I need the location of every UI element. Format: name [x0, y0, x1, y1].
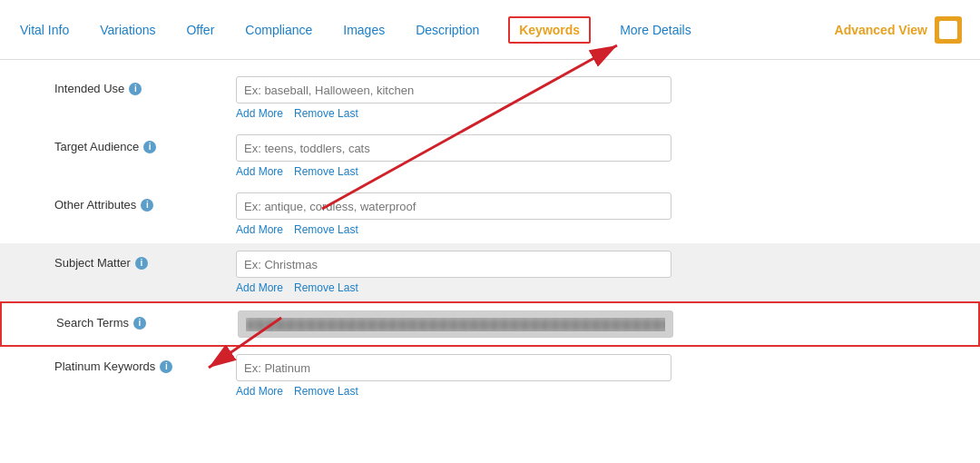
other-attributes-add-more[interactable]: Add More	[236, 223, 283, 236]
subject-matter-input[interactable]	[236, 251, 671, 278]
platinum-keywords-links: Add More Remove Last	[236, 385, 926, 398]
nav-offer[interactable]: Offer	[184, 18, 216, 42]
other-attributes-input[interactable]	[236, 192, 671, 220]
form-content: Intended Use i Add More Remove Last Targ…	[0, 60, 980, 414]
platinum-keywords-label: Platinum Keywords i	[54, 354, 236, 373]
other-attributes-input-col: Add More Remove Last	[236, 192, 926, 236]
target-audience-remove-last[interactable]: Remove Last	[294, 165, 358, 178]
search-terms-label: Search Terms i	[56, 310, 238, 330]
target-audience-label: Target Audience i	[54, 134, 236, 153]
platinum-keywords-input-col: Add More Remove Last	[236, 354, 926, 398]
search-terms-input-col	[238, 310, 924, 338]
subject-matter-label: Subject Matter i	[54, 251, 236, 270]
platinum-keywords-remove-last[interactable]: Remove Last	[294, 385, 358, 398]
platinum-keywords-row: Platinum Keywords i Add More Remove Last	[54, 347, 926, 405]
intended-use-remove-last[interactable]: Remove Last	[294, 107, 358, 120]
intended-use-input[interactable]	[236, 76, 671, 103]
platinum-keywords-input[interactable]	[236, 354, 671, 381]
form-section: Intended Use i Add More Remove Last Targ…	[0, 69, 980, 405]
intended-use-input-col: Add More Remove Last	[236, 76, 926, 120]
intended-use-text: Intended Use	[54, 82, 124, 95]
subject-matter-remove-last[interactable]: Remove Last	[294, 281, 358, 294]
platinum-keywords-text: Platinum Keywords	[54, 360, 155, 373]
top-navigation: Vital Info Variations Offer Compliance I…	[0, 0, 980, 60]
search-terms-input[interactable]	[238, 310, 673, 338]
nav-keywords[interactable]: Keywords	[508, 16, 591, 44]
target-audience-links: Add More Remove Last	[236, 165, 926, 178]
subject-matter-row: Subject Matter i Add More Remove Last	[0, 243, 980, 301]
subject-matter-text: Subject Matter	[54, 256, 131, 270]
intended-use-info-icon[interactable]: i	[129, 83, 142, 95]
nav-vital-info[interactable]: Vital Info	[18, 18, 71, 42]
intended-use-links: Add More Remove Last	[236, 107, 926, 120]
search-terms-text: Search Terms	[56, 316, 129, 330]
advanced-view-label: Advanced View	[835, 23, 927, 37]
nav-variations[interactable]: Variations	[98, 18, 157, 42]
other-attributes-label: Other Attributes i	[54, 192, 236, 212]
target-audience-text: Target Audience	[54, 140, 139, 153]
target-audience-add-more[interactable]: Add More	[236, 165, 283, 178]
other-attributes-info-icon[interactable]: i	[141, 199, 153, 212]
search-terms-info-icon[interactable]: i	[133, 317, 146, 330]
platinum-keywords-add-more[interactable]: Add More	[236, 385, 283, 398]
intended-use-row: Intended Use i Add More Remove Last	[54, 69, 926, 127]
other-attributes-links: Add More Remove Last	[236, 223, 926, 236]
nav-items: Vital Info Variations Offer Compliance I…	[18, 16, 835, 44]
advanced-view-toggle[interactable]: Advanced View	[835, 16, 962, 44]
other-attributes-row: Other Attributes i Add More Remove Last	[54, 185, 926, 243]
other-attributes-remove-last[interactable]: Remove Last	[294, 223, 358, 236]
advanced-view-box[interactable]	[935, 16, 962, 44]
target-audience-input-col: Add More Remove Last	[236, 134, 926, 178]
other-attributes-text: Other Attributes	[54, 198, 136, 212]
nav-images[interactable]: Images	[341, 18, 387, 42]
subject-matter-links: Add More Remove Last	[236, 281, 926, 294]
subject-matter-input-col: Add More Remove Last	[236, 251, 926, 294]
nav-compliance[interactable]: Compliance	[243, 18, 314, 42]
subject-matter-info-icon[interactable]: i	[135, 257, 148, 270]
nav-description[interactable]: Description	[414, 18, 481, 42]
target-audience-row: Target Audience i Add More Remove Last	[54, 127, 926, 185]
intended-use-add-more[interactable]: Add More	[236, 107, 283, 120]
search-terms-row: Search Terms i	[0, 301, 980, 347]
target-audience-info-icon[interactable]: i	[143, 141, 156, 153]
subject-matter-add-more[interactable]: Add More	[236, 281, 283, 294]
intended-use-label: Intended Use i	[54, 76, 236, 95]
toggle-inner	[939, 21, 957, 39]
nav-more-details[interactable]: More Details	[618, 18, 693, 42]
target-audience-input[interactable]	[236, 134, 671, 162]
platinum-keywords-info-icon[interactable]: i	[160, 360, 172, 373]
